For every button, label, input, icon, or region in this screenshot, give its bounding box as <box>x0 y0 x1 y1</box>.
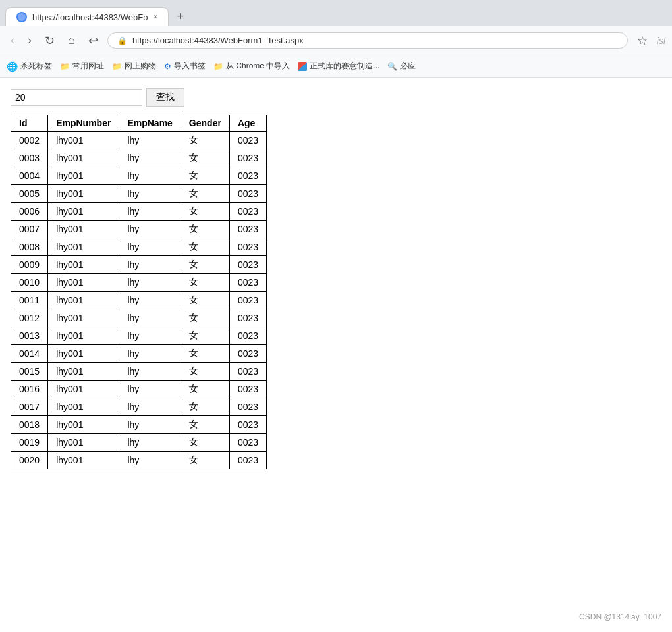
bookmark-common-sites[interactable]: 📁 常用网址 <box>60 61 104 72</box>
bookmark-label: 导入书签 <box>174 61 206 72</box>
bookmark-saiku[interactable]: 正式库的赛意制造... <box>298 61 379 72</box>
table-row: 0012lhy001lhy女0023 <box>11 309 267 327</box>
table-cell: lhy001 <box>48 381 119 398</box>
table-cell: lhy <box>119 221 181 238</box>
bookmark-label: 常用网址 <box>72 61 104 72</box>
bookmarks-bar: 🌐 杀死标签 📁 常用网址 📁 网上购物 ⚙ 导入书签 📁 从 Chrome 中… <box>0 55 672 78</box>
tab-favicon <box>16 12 27 22</box>
bookmark-label: 必应 <box>400 61 416 72</box>
table-header-row: Id EmpNumber EmpName Gender Age <box>11 115 267 132</box>
table-cell: 女 <box>181 327 229 345</box>
table-cell: 0002 <box>11 132 48 149</box>
table-row: 0011lhy001lhy女0023 <box>11 292 267 309</box>
watermark-text: CSDN @1314lay_1007 <box>579 612 661 621</box>
col-header-age: Age <box>229 115 266 132</box>
table-cell: 女 <box>181 398 229 416</box>
col-header-empname: EmpName <box>119 115 181 132</box>
table-cell: 0023 <box>229 132 266 149</box>
table-cell: lhy <box>119 238 181 256</box>
forward-button[interactable]: › <box>24 32 36 49</box>
table-cell: 0011 <box>11 292 48 309</box>
table-row: 0019lhy001lhy女0023 <box>11 434 267 452</box>
table-cell: 0005 <box>11 185 48 203</box>
table-cell: 0014 <box>11 345 48 363</box>
table-cell: lhy <box>119 292 181 309</box>
table-cell: 0009 <box>11 256 48 274</box>
new-tab-button[interactable]: + <box>171 7 189 26</box>
bookmark-search[interactable]: 🔍 必应 <box>387 61 416 72</box>
table-cell: 0018 <box>11 416 48 434</box>
search-input[interactable] <box>11 89 142 106</box>
table-cell: 0007 <box>11 221 48 238</box>
table-cell: 0023 <box>229 452 266 469</box>
table-cell: 0023 <box>229 434 266 452</box>
table-row: 0013lhy001lhy女0023 <box>11 327 267 345</box>
table-row: 0016lhy001lhy女0023 <box>11 381 267 398</box>
table-cell: 0013 <box>11 327 48 345</box>
table-cell: 女 <box>181 256 229 274</box>
table-cell: 0015 <box>11 363 48 381</box>
table-cell: 女 <box>181 149 229 167</box>
table-cell: lhy001 <box>48 238 119 256</box>
table-cell: lhy <box>119 363 181 381</box>
tab-close-button[interactable]: × <box>153 13 157 22</box>
bookmark-star-button[interactable]: ☆ <box>633 32 652 49</box>
data-table: Id EmpNumber EmpName Gender Age 0002lhy0… <box>11 115 267 469</box>
active-tab[interactable]: https://localhost:44383/WebFo × <box>5 7 169 26</box>
table-cell: 0023 <box>229 185 266 203</box>
table-cell: lhy001 <box>48 345 119 363</box>
table-cell: 女 <box>181 203 229 221</box>
table-cell: lhy001 <box>48 309 119 327</box>
table-cell: 女 <box>181 309 229 327</box>
table-cell: lhy <box>119 185 181 203</box>
bookmark-import[interactable]: ⚙ 导入书签 <box>164 61 206 72</box>
table-cell: 女 <box>181 434 229 452</box>
table-cell: lhy001 <box>48 167 119 185</box>
table-cell: 0016 <box>11 381 48 398</box>
table-cell: 0023 <box>229 381 266 398</box>
table-cell: 0023 <box>229 416 266 434</box>
bookmark-kill-tabs[interactable]: 🌐 杀死标签 <box>7 61 52 72</box>
table-cell: 0006 <box>11 203 48 221</box>
table-cell: 0017 <box>11 398 48 416</box>
table-row: 0005lhy001lhy女0023 <box>11 185 267 203</box>
table-cell: 女 <box>181 381 229 398</box>
table-cell: lhy <box>119 309 181 327</box>
table-row: 0008lhy001lhy女0023 <box>11 238 267 256</box>
page-content: 查找 Id EmpNumber EmpName Gender Age 0002l… <box>0 78 672 632</box>
table-cell: 0023 <box>229 149 266 167</box>
table-cell: 女 <box>181 452 229 469</box>
table-cell: 女 <box>181 363 229 381</box>
table-cell: lhy001 <box>48 434 119 452</box>
address-bar[interactable]: 🔒 https://localhost:44383/WebForm1_Test.… <box>107 32 628 49</box>
table-cell: 0023 <box>229 309 266 327</box>
table-body: 0002lhy001lhy女00230003lhy001lhy女00230004… <box>11 132 267 469</box>
table-cell: lhy001 <box>48 256 119 274</box>
history-button[interactable]: ↩ <box>84 32 102 49</box>
table-cell: 0010 <box>11 274 48 292</box>
back-button[interactable]: ‹ <box>7 32 18 49</box>
folder-icon: 📁 <box>213 62 223 71</box>
table-cell: 0008 <box>11 238 48 256</box>
table-cell: lhy <box>119 149 181 167</box>
bookmark-shopping[interactable]: 📁 网上购物 <box>112 61 156 72</box>
table-cell: lhy001 <box>48 363 119 381</box>
table-row: 0010lhy001lhy女0023 <box>11 274 267 292</box>
table-row: 0002lhy001lhy女0023 <box>11 132 267 149</box>
table-cell: lhy001 <box>48 185 119 203</box>
table-row: 0018lhy001lhy女0023 <box>11 416 267 434</box>
table-cell: 女 <box>181 416 229 434</box>
table-cell: lhy001 <box>48 132 119 149</box>
home-button[interactable]: ⌂ <box>64 32 79 49</box>
table-cell: lhy001 <box>48 203 119 221</box>
table-cell: lhy001 <box>48 149 119 167</box>
table-row: 0007lhy001lhy女0023 <box>11 221 267 238</box>
find-button[interactable]: 查找 <box>146 88 184 107</box>
table-cell: lhy <box>119 256 181 274</box>
table-cell: lhy <box>119 452 181 469</box>
refresh-button[interactable]: ↻ <box>41 32 59 49</box>
table-cell: 女 <box>181 292 229 309</box>
bookmark-chrome-import[interactable]: 📁 从 Chrome 中导入 <box>213 61 290 72</box>
table-cell: 0023 <box>229 292 266 309</box>
table-cell: 0003 <box>11 149 48 167</box>
